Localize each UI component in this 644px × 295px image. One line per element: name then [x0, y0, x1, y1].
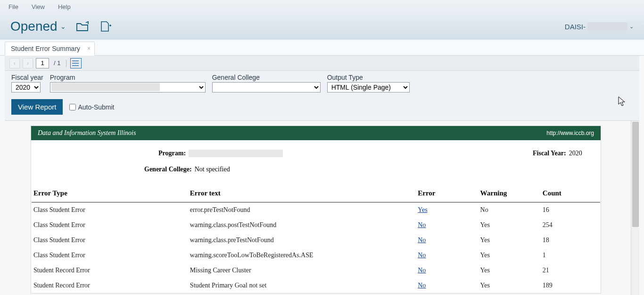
cell-error-link[interactable]: Yes [418, 202, 480, 218]
cell-count: 189 [543, 278, 600, 293]
cell-error-text: Missing Career Cluster [190, 263, 418, 278]
cell-count: 254 [543, 218, 600, 233]
cell-count: 16 [543, 202, 600, 218]
close-icon[interactable]: × [87, 45, 91, 52]
col-error-text: Error text [190, 185, 418, 202]
output-type-select[interactable]: HTML (Single Page) [327, 82, 410, 93]
menu-help[interactable]: Help [58, 3, 71, 10]
cell-warning: Yes [480, 248, 543, 263]
menu-file[interactable]: File [8, 3, 18, 10]
cell-error-link[interactable]: No [418, 218, 480, 233]
cell-count: 1 [543, 248, 600, 263]
opened-label: Opened [10, 19, 58, 34]
chevron-down-icon: ⌄ [60, 23, 66, 30]
meta-program-label: Program: [158, 150, 186, 157]
cell-warning: Yes [480, 218, 543, 233]
report-url: http://www.iccb.org [546, 130, 594, 136]
label-output-type: Output Type [327, 74, 410, 81]
tabstrip: Student Error Summary × [0, 40, 644, 56]
auto-submit-input[interactable] [69, 104, 76, 110]
svg-point-2 [72, 65, 73, 66]
pager-bar: ‹ › / 1 | [5, 56, 639, 71]
ribbon: Opened ⌄ DAISI- ⌄ [0, 13, 644, 40]
user-dropdown[interactable]: DAISI- ⌄ [565, 22, 634, 31]
menubar: File View Help [0, 0, 644, 13]
cell-error-text: error.preTestNotFound [190, 202, 418, 218]
report-viewport: Data and Information System Illinois htt… [5, 121, 639, 295]
meta-fy-value: 2020 [569, 150, 582, 157]
cell-error-link[interactable]: No [418, 263, 480, 278]
error-table: Error Type Error text Error Warning Coun… [32, 185, 600, 293]
new-file-icon[interactable] [100, 21, 111, 32]
vertical-scrollbar[interactable] [631, 121, 639, 295]
cell-error-type: Class Student Error [32, 233, 190, 248]
cell-error-link[interactable]: No [418, 278, 480, 293]
label-fiscal-year: Fiscal year [11, 74, 43, 81]
opened-dropdown[interactable]: Opened ⌄ [10, 19, 66, 34]
table-row: Class Student Errorerror.preTestNotFound… [32, 202, 600, 218]
report-meta: Program: Fiscal Year: 2020 General Colle… [31, 140, 601, 185]
cell-warning: Yes [480, 263, 543, 278]
cell-error-type: Class Student Error [32, 202, 190, 218]
fiscal-year-select[interactable]: 2020 [11, 82, 41, 93]
parameters-panel: Fiscal year 2020 Program General College… [5, 71, 639, 121]
meta-gc-label: General College: [144, 166, 192, 173]
prev-page-button[interactable]: ‹ [9, 58, 20, 68]
cell-warning: Yes [480, 233, 543, 248]
cell-error-text: warning.class.postTestNotFound [190, 218, 418, 233]
page-number-input[interactable] [36, 58, 49, 68]
cell-error-type: Student Record Error [32, 263, 190, 278]
table-row: Class Student Errorwarning.class.postTes… [32, 218, 600, 233]
report-header: Data and Information System Illinois htt… [31, 126, 601, 140]
scrollbar-thumb[interactable] [632, 122, 639, 227]
user-prefix: DAISI- [565, 23, 586, 31]
cell-warning: No [480, 202, 543, 218]
cell-error-text: Student Primary Goal not set [190, 278, 418, 293]
meta-gc-value: Not specified [195, 166, 230, 173]
cell-error-text: warning.scoreTooLowToBeRegisteredAs.ASE [190, 248, 418, 263]
cell-error-text: warning.class.preTestNotFound [190, 233, 418, 248]
open-folder-icon[interactable] [76, 21, 90, 32]
label-program: Program [50, 74, 206, 81]
page-total: / 1 [52, 59, 62, 67]
cell-count: 18 [543, 233, 600, 248]
cell-count: 21 [543, 263, 600, 278]
tab-label: Student Error Summary [11, 45, 80, 52]
menu-view[interactable]: View [32, 3, 45, 10]
tab-student-error-summary[interactable]: Student Error Summary × [5, 42, 95, 56]
chevron-down-icon: ⌄ [629, 24, 634, 30]
table-row: Class Student Errorwarning.class.preTest… [32, 233, 600, 248]
user-name-redacted [587, 22, 627, 31]
cell-error-link[interactable]: No [418, 233, 480, 248]
meta-program-value-redacted [189, 150, 283, 157]
cell-error-link[interactable]: No [418, 248, 480, 263]
document-map-button[interactable] [70, 58, 82, 68]
cell-error-type: Class Student Error [32, 218, 190, 233]
separator: | [65, 59, 67, 67]
table-row: Student Record ErrorStudent Primary Goal… [32, 278, 600, 293]
cell-error-type: Class Student Error [32, 248, 190, 263]
next-page-button[interactable]: › [23, 58, 33, 68]
report-title: Data and Information System Illinois [38, 129, 136, 137]
col-error-type: Error Type [32, 185, 190, 202]
svg-point-0 [72, 60, 73, 61]
label-general-college: General College [212, 74, 321, 81]
report-body: Data and Information System Illinois htt… [31, 126, 601, 294]
svg-point-1 [72, 63, 73, 64]
col-error: Error [418, 185, 480, 202]
general-college-select[interactable] [212, 82, 321, 93]
program-select[interactable] [50, 82, 206, 93]
meta-fy-label: Fiscal Year: [533, 150, 566, 157]
col-count: Count [543, 185, 600, 202]
col-warning: Warning [480, 185, 543, 202]
cell-warning: Yes [480, 278, 543, 293]
auto-submit-checkbox[interactable]: Auto-Submit [69, 103, 114, 111]
table-row: Student Record ErrorMissing Career Clust… [32, 263, 600, 278]
auto-submit-label: Auto-Submit [78, 103, 114, 111]
table-row: Class Student Errorwarning.scoreTooLowTo… [32, 248, 600, 263]
view-report-button[interactable]: View Report [11, 99, 63, 115]
cell-error-type: Student Record Error [32, 278, 190, 293]
